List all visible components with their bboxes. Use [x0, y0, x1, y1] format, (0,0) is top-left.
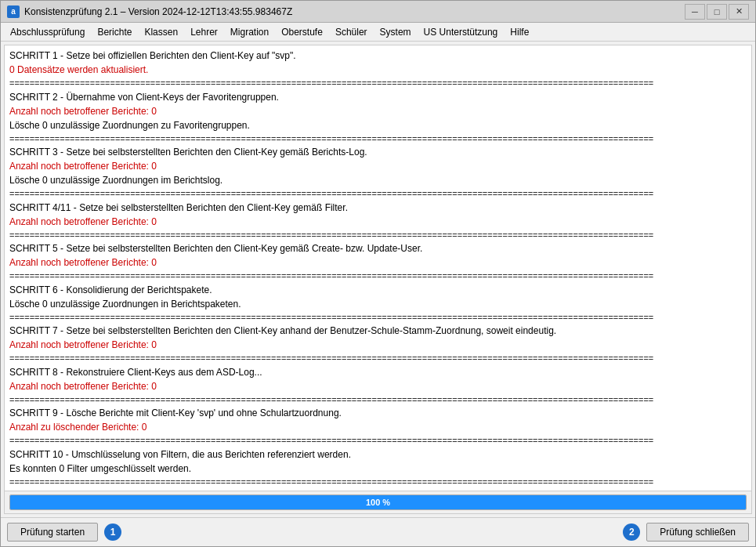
log-line: Lösche 0 unzulässige Zuordnungen in Beri… — [9, 297, 747, 311]
log-line: Anzahl noch betroffener Berichte: 0 — [9, 255, 747, 270]
log-line: Anzahl noch betroffener Berichte: 0 — [9, 379, 747, 393]
log-line: ========================================… — [9, 393, 747, 407]
log-line: Es konnten 0 Filter umgeschlüsselt werde… — [9, 462, 747, 476]
menu-item-us-unterstuetzung[interactable]: US Unterstützung — [418, 25, 505, 39]
close-button[interactable]: ✕ — [729, 4, 749, 20]
main-window: a Konsistenzprüfung 2.1 – Version 2024-1… — [0, 0, 756, 547]
log-line: SCHRITT 5 - Setze bei selbsterstellten B… — [9, 241, 747, 255]
log-line: ========================================… — [9, 187, 747, 201]
menu-item-schueler[interactable]: Schüler — [329, 25, 374, 39]
close-badge: 2 — [623, 523, 640, 541]
log-line: Lösche 0 unzulässige Zuordnungen im Beri… — [9, 173, 747, 187]
log-line: Anzahl noch betroffener Berichte: 0 — [9, 338, 747, 352]
log-line: SCHRITT 6 - Konsolidierung der Berichtsp… — [9, 283, 747, 297]
log-line: ========================================… — [9, 352, 747, 365]
log-line: SCHRITT 9 - Lösche Berichte mit Client-K… — [9, 406, 747, 420]
progress-label: 100 % — [10, 495, 746, 509]
footer-right: 2 Prüfung schließen — [623, 523, 749, 542]
log-line: Lösche 0 unzulässige Zuordnungen zu Favo… — [9, 118, 747, 132]
menu-item-migration[interactable]: Migration — [224, 25, 275, 39]
title-bar: a Konsistenzprüfung 2.1 – Version 2024-1… — [1, 1, 755, 23]
log-line: Anzahl noch betroffener Berichte: 0 — [9, 215, 747, 229]
menu-item-oberstufe[interactable]: Oberstufe — [275, 25, 329, 39]
log-line: SCHRITT 10 - Umschlüsselung von Filtern,… — [9, 447, 747, 462]
maximize-button[interactable]: □ — [707, 4, 727, 20]
progress-bar-container: 100 % — [9, 494, 747, 510]
log-line: Anzahl noch betroffener Berichte: 0 — [9, 159, 747, 173]
minimize-button[interactable]: ─ — [685, 4, 705, 20]
log-line: ========================================… — [9, 311, 747, 324]
menu-item-abschlusspruefung[interactable]: Abschlussprüfung — [4, 25, 91, 39]
log-area[interactable]: SCHRITT 1 - Setze bei offiziellen Berich… — [5, 45, 751, 491]
footer: Prüfung starten 1 2 Prüfung schließen — [1, 517, 755, 546]
window-controls: ─ □ ✕ — [685, 4, 749, 20]
log-line: SCHRITT 4/11 - Setze bei selbsterstellte… — [9, 201, 747, 215]
log-line: Anzahl noch betroffener Berichte: 0 — [9, 104, 747, 118]
start-badge: 1 — [104, 523, 121, 541]
log-line: SCHRITT 2 - Übernahme von Client-Keys de… — [9, 90, 747, 104]
close-button[interactable]: Prüfung schließen — [646, 523, 749, 542]
menu-item-system[interactable]: System — [374, 25, 418, 39]
log-line: 0 Datensätze werden aktualisiert. — [9, 63, 747, 77]
log-line: SCHRITT 3 - Setze bei selbsterstellten B… — [9, 145, 747, 159]
menu-bar: Abschlussprüfung Berichte Klassen Lehrer… — [1, 23, 755, 42]
progress-area: 100 % — [5, 491, 751, 513]
log-line: SCHRITT 7 - Setze bei selbsterstellten B… — [9, 324, 747, 338]
window-title: Konsistenzprüfung 2.1 – Version 2024-12-… — [24, 6, 685, 17]
log-line: ========================================… — [9, 270, 747, 283]
menu-item-lehrer[interactable]: Lehrer — [184, 25, 224, 39]
start-button[interactable]: Prüfung starten — [7, 523, 98, 542]
log-line: SCHRITT 1 - Setze bei offiziellen Berich… — [9, 49, 747, 63]
app-icon: a — [7, 5, 20, 18]
log-line: ========================================… — [9, 434, 747, 447]
log-line: ========================================… — [9, 229, 747, 242]
log-line: ========================================… — [9, 77, 747, 90]
log-line: ========================================… — [9, 476, 747, 489]
menu-item-hilfe[interactable]: Hilfe — [504, 25, 535, 39]
log-line: Anzahl zu löschender Berichte: 0 — [9, 420, 747, 434]
menu-item-klassen[interactable]: Klassen — [138, 25, 184, 39]
menu-item-berichte[interactable]: Berichte — [91, 25, 138, 39]
log-line: SCHRITT 8 - Rekonstruiere Client-Keys au… — [9, 365, 747, 379]
content-area: SCHRITT 1 - Setze bei offiziellen Berich… — [4, 45, 752, 514]
log-line: ========================================… — [9, 132, 747, 146]
